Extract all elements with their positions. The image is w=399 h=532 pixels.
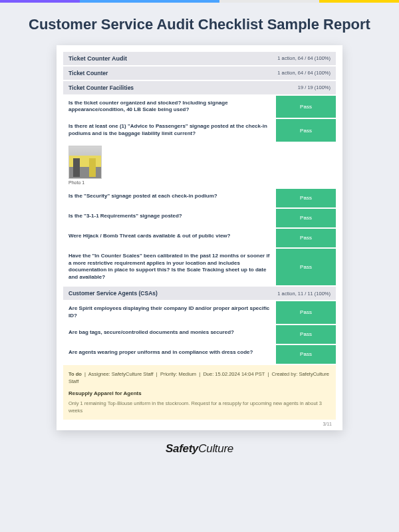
item-result: Pass [276,325,336,344]
todo-status: To do [68,371,82,377]
section-meta: 1 action, 64 / 64 (100%) [277,70,331,76]
due-label: Due: [203,371,213,377]
report-card: Ticket Counter Audit 1 action, 64 / 64 (… [57,45,342,430]
item-question: Is the "Security" signage posted at each… [63,189,276,207]
checklist-item: Is there at least one (1) "Advice to Pas… [63,119,336,142]
item-result: Pass [276,345,336,364]
todo-priority: Medium [178,371,196,377]
section-title: Customer Service Agents (CSAs) [68,290,158,297]
item-result: Pass [276,301,336,324]
item-result: Pass [276,209,336,227]
section-ticket-counter-audit: Ticket Counter Audit 1 action, 64 / 64 (… [63,52,336,65]
section-ticket-counter: Ticket Counter 1 action, 64 / 64 (100%) [63,66,336,80]
created-by-label: Created by: [272,371,298,377]
page-number: 3/11 [63,420,336,426]
page-title: Customer Service Audit Checklist Sample … [0,3,399,45]
section-csa: Customer Service Agents (CSAs) 1 action,… [63,287,336,300]
section-meta: 19 / 19 (100%) [298,84,331,90]
item-question: Are Spirit employees displaying their co… [63,301,276,324]
item-question: Is there at least one (1) "Advice to Pas… [63,119,276,142]
checklist-item: Is the "3-1-1 Requirements" signage post… [63,209,336,227]
item-result: Pass [276,119,336,142]
photo-thumbnail[interactable] [68,146,102,179]
checklist-item: Have the "In Counter Scales" been calibr… [63,249,336,285]
checklist-item: Are bag tags, secure/controlled document… [63,325,336,344]
item-question: Are bag tags, secure/controlled document… [63,325,276,344]
item-result: Pass [276,96,336,118]
item-question: Have the "In Counter Scales" been calibr… [63,249,276,285]
checklist-item: Is the "Security" signage posted at each… [63,189,336,207]
section-meta: 1 action, 11 / 11 (100%) [277,291,331,297]
section-title: Ticket Counter [68,70,108,76]
assignee-label: Assignee: [88,371,110,377]
item-result: Pass [276,229,336,247]
todo-title: Resupply Apparel for Agents [68,390,331,396]
checklist-item: Were Hijack / Bomb Threat cards availabl… [63,229,336,247]
brand-bold: Safety [166,442,198,455]
photo-block: Photo 1 [63,143,336,189]
safetyculture-logo: SafetyCulture [0,442,399,456]
item-question: Is the "3-1-1 Requirements" signage post… [63,209,276,227]
checklist-item: Are agents wearing proper uniforms and i… [63,345,336,364]
checklist-item: Are Spirit employees displaying their co… [63,301,336,324]
todo-description: Only 1 remaining Top-Blouse uniform in t… [68,400,331,414]
section-meta: 1 action, 64 / 64 (100%) [277,55,331,61]
todo-meta: To do | Assignee: SafetyCulture Staff | … [68,370,331,386]
item-result: Pass [276,249,336,285]
section-title: Ticket Counter Facilities [68,84,134,91]
top-color-bar [0,0,399,3]
todo-action-box: To do | Assignee: SafetyCulture Staff | … [63,365,336,420]
item-result: Pass [276,189,336,207]
section-ticket-counter-facilities: Ticket Counter Facilities 19 / 19 (100%) [63,81,336,94]
item-question: Is the ticket counter organized and stoc… [63,96,276,118]
checklist-item: Is the ticket counter organized and stoc… [63,96,336,118]
item-question: Are agents wearing proper uniforms and i… [63,345,276,364]
todo-due: 15.02.2024 14:04 PST [215,371,265,377]
priority-label: Priority: [160,371,177,377]
brand-light: Culture [198,442,233,455]
todo-assignee: SafetyCulture Staff [112,371,154,377]
section-title: Ticket Counter Audit [68,55,127,62]
item-question: Were Hijack / Bomb Threat cards availabl… [63,229,276,247]
photo-label: Photo 1 [68,180,331,185]
